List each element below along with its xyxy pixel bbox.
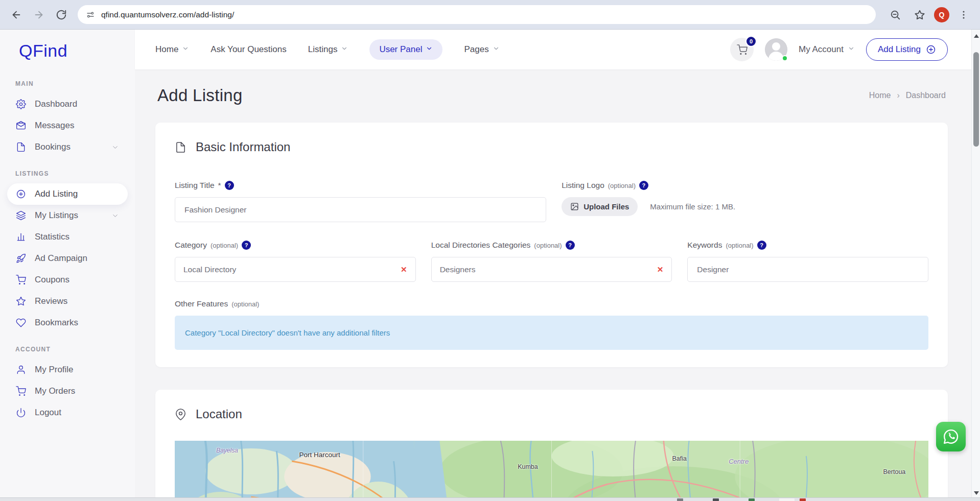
zoom-out-icon[interactable]	[885, 5, 905, 25]
browser-profile-avatar[interactable]: Q	[934, 7, 949, 22]
optional-tag: (optional)	[534, 242, 562, 249]
sidebar-item-reviews[interactable]: Reviews	[7, 291, 128, 312]
listing-logo-field-group: Listing Logo (optional) ? Upload Files M…	[562, 181, 928, 222]
listing-title-input[interactable]	[175, 197, 546, 222]
sidebar-item-my-orders[interactable]: My Orders	[7, 380, 128, 402]
keywords-field-group: Keywords (optional) ?	[687, 241, 928, 282]
nav-item-home[interactable]: Home	[155, 44, 189, 55]
sidebar-item-label: Statistics	[35, 232, 69, 242]
optional-tag: (optional)	[231, 300, 259, 308]
add-listing-button[interactable]: Add Listing	[866, 38, 948, 61]
map-label-port-harcourt: Port Harcourt	[299, 451, 340, 459]
forward-icon[interactable]	[29, 5, 49, 25]
clear-icon[interactable]: ✕	[401, 265, 407, 274]
whatsapp-button[interactable]	[936, 422, 966, 451]
no-filters-alert: Category "Local Directory" doesn't have …	[175, 316, 928, 350]
map-label-bafia: Bafia	[672, 455, 687, 462]
optional-tag: (optional)	[608, 182, 636, 189]
chevron-down-icon	[426, 44, 433, 55]
map-label-centre: Centre	[729, 458, 749, 465]
local-directories-categories-select[interactable]: Designers ✕	[431, 257, 672, 282]
sidebar: QFind MAIN Dashboard Messages Bookings L…	[0, 30, 135, 501]
chevron-down-icon	[341, 44, 348, 55]
chevron-down-icon	[182, 44, 189, 55]
reload-icon[interactable]	[51, 5, 72, 25]
help-icon[interactable]: ?	[566, 241, 575, 250]
sidebar-item-bookmarks[interactable]: Bookmarks	[7, 312, 128, 333]
document-icon	[175, 141, 186, 153]
listing-title-label: Listing Title	[175, 181, 215, 190]
optional-tag: (optional)	[211, 242, 238, 249]
add-listing-button-label: Add Listing	[878, 44, 921, 55]
page-scrollbar[interactable]	[971, 30, 980, 501]
sidebar-item-statistics[interactable]: Statistics	[7, 226, 128, 248]
sidebar-item-ad-campaign[interactable]: Ad Campaign	[7, 248, 128, 269]
image-icon	[570, 202, 579, 211]
bookmark-star-icon[interactable]	[909, 5, 930, 25]
gear-icon	[16, 99, 26, 109]
sidebar-item-my-listings[interactable]: My Listings	[7, 205, 128, 226]
sidebar-item-label: Logout	[35, 408, 61, 418]
brand-logo[interactable]: QFind	[0, 30, 135, 66]
sidebar-item-label: Reviews	[35, 296, 67, 306]
breadcrumb-home[interactable]: Home	[869, 91, 891, 100]
layers-icon	[16, 210, 26, 221]
help-icon[interactable]: ?	[757, 241, 766, 250]
user-icon	[16, 365, 26, 375]
sidebar-item-messages[interactable]: Messages	[7, 115, 128, 136]
card-title-text: Basic Information	[196, 140, 290, 154]
site-settings-icon[interactable]	[86, 10, 95, 19]
power-icon	[16, 408, 26, 418]
location-card: Location	[155, 390, 948, 501]
clear-icon[interactable]: ✕	[657, 265, 664, 274]
category-selected-value: Local Directory	[183, 265, 236, 274]
avatar[interactable]	[765, 38, 787, 61]
main-content: Add Listing Home › Dashboard Basic Infor…	[135, 69, 971, 501]
sidebar-item-bookings[interactable]: Bookings	[7, 136, 128, 158]
local-directories-selected-value: Designers	[440, 265, 476, 274]
sidebar-menu: MAIN Dashboard Messages Bookings LISTING…	[0, 66, 135, 423]
help-icon[interactable]: ?	[225, 181, 234, 190]
sidebar-heading-listings: LISTINGS	[15, 170, 120, 177]
sidebar-item-add-listing[interactable]: Add Listing	[7, 183, 128, 205]
nav-item-pages[interactable]: Pages	[464, 44, 499, 55]
address-bar[interactable]: qfind.quantumsolverz.com/add-listing/	[78, 5, 876, 24]
category-select[interactable]: Local Directory ✕	[175, 257, 416, 282]
envelope-icon	[16, 121, 26, 131]
help-icon[interactable]: ?	[639, 181, 648, 190]
kebab-menu-icon[interactable]	[953, 5, 974, 25]
online-status-dot	[782, 55, 788, 61]
optional-tag: (optional)	[726, 242, 753, 249]
sidebar-item-label: Bookings	[35, 142, 71, 152]
scroll-up-arrow-icon[interactable]	[972, 32, 980, 40]
nav-label: Ask Your Questions	[211, 44, 286, 55]
sidebar-item-coupons[interactable]: Coupons	[7, 269, 128, 291]
nav-item-user-panel[interactable]: User Panel	[369, 39, 442, 60]
card-title-text: Location	[196, 407, 242, 421]
nav-item-ask-your-questions[interactable]: Ask Your Questions	[211, 44, 286, 55]
sidebar-item-dashboard[interactable]: Dashboard	[7, 93, 128, 115]
heart-icon	[16, 318, 26, 328]
upload-files-button[interactable]: Upload Files	[562, 197, 638, 216]
cart-icon	[16, 275, 26, 285]
cart-button[interactable]: 0	[730, 38, 754, 61]
whatsapp-icon	[942, 427, 960, 446]
my-account-menu[interactable]: My Account	[799, 44, 855, 55]
nav-item-listings[interactable]: Listings	[308, 44, 348, 55]
help-icon[interactable]: ?	[242, 241, 251, 250]
back-icon[interactable]	[6, 5, 27, 25]
chrome-actions: Q	[885, 5, 974, 25]
map-terrain	[175, 441, 928, 501]
sidebar-item-logout[interactable]: Logout	[7, 402, 128, 423]
sidebar-item-label: Bookmarks	[35, 318, 78, 328]
map-pin-icon	[175, 409, 186, 420]
upload-files-label: Upload Files	[584, 202, 629, 211]
other-features-field-group: Other Features (optional) Category "Loca…	[175, 299, 928, 350]
sidebar-item-label: Add Listing	[35, 189, 78, 199]
scrollbar-thumb[interactable]	[973, 52, 979, 147]
sidebar-item-my-profile[interactable]: My Profile	[7, 359, 128, 380]
map[interactable]: Bayelsa Port Harcourt Kumba Bafia Centre…	[175, 441, 928, 501]
keywords-input[interactable]	[687, 257, 928, 282]
chevron-down-icon	[111, 144, 119, 151]
scroll-down-arrow-icon[interactable]	[972, 489, 980, 497]
